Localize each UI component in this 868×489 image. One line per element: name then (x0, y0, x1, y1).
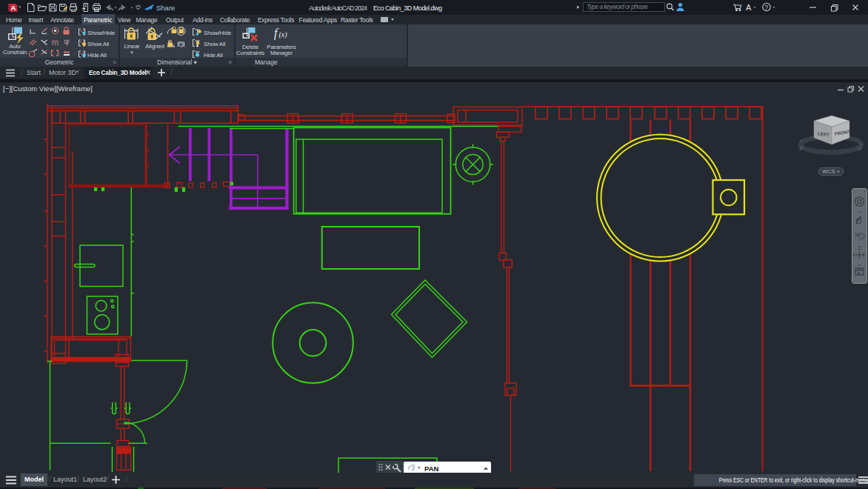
svg-text:Type a keyword or phrase: Type a keyword or phrase (587, 3, 648, 10)
svg-text:Eco Cabin_3D Model.dwg: Eco Cabin_3D Model.dwg (373, 4, 442, 12)
svg-text:Autodesk AutoCAD 2024: Autodesk AutoCAD 2024 (309, 4, 367, 12)
svg-text:PAN: PAN (424, 464, 438, 472)
svg-text:A: A (746, 3, 752, 12)
svg-text:(x): (x) (279, 30, 288, 39)
svg-text:Share: Share (156, 4, 175, 12)
svg-text:A: A (11, 4, 16, 12)
svg-text:?: ? (765, 4, 769, 11)
